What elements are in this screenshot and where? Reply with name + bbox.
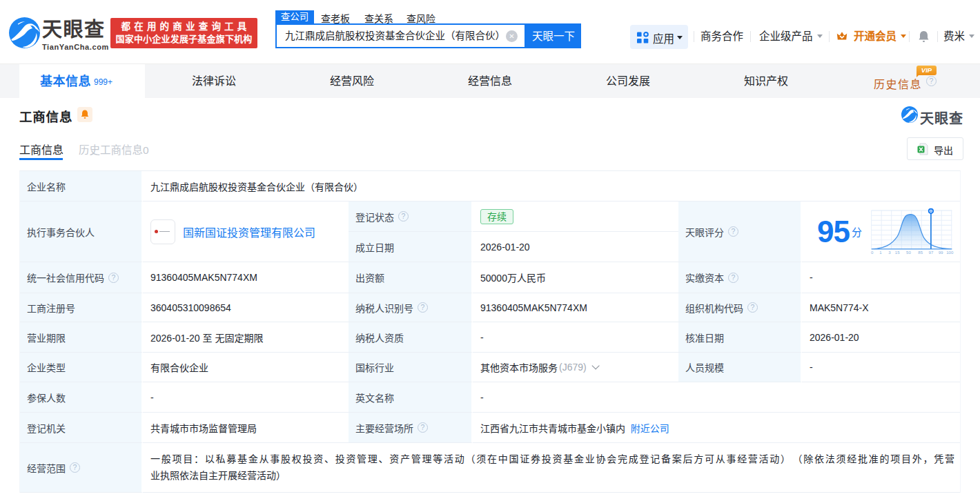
svg-text:85: 85 — [918, 250, 923, 255]
svg-text:0: 0 — [871, 250, 874, 255]
svg-text:15: 15 — [895, 250, 900, 255]
svg-text:97: 97 — [928, 250, 933, 255]
svg-text:100: 100 — [946, 250, 954, 255]
svg-text:50: 50 — [906, 250, 911, 255]
svg-text:3: 3 — [888, 250, 891, 255]
svg-text:99: 99 — [939, 250, 943, 255]
svg-text:1: 1 — [879, 250, 882, 255]
